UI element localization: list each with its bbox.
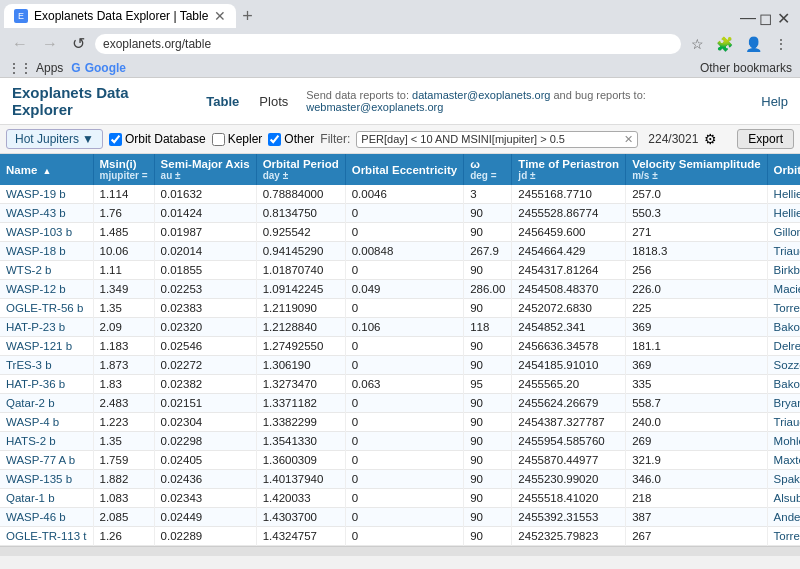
cell-ref1[interactable]: Mohler-Fischer 2013 — [767, 432, 800, 451]
cell-velamp: 225 — [626, 299, 767, 318]
col-velamp[interactable]: Velocity Semiamplitude m/s ± — [626, 154, 767, 185]
export-button[interactable]: Export — [737, 129, 794, 149]
orbit-db-checkbox[interactable] — [109, 133, 122, 146]
cell-ref1[interactable]: Bryan 2012 — [767, 394, 800, 413]
cell-ecc: 0.00848 — [345, 242, 463, 261]
cell-ref1[interactable]: Hellier 2011 — [767, 204, 800, 223]
col-period[interactable]: Orbital Period day ± — [256, 154, 345, 185]
col-ref[interactable]: Orbit Reference — [767, 154, 800, 185]
apps-bookmark[interactable]: ⋮⋮ Apps — [8, 61, 63, 75]
nav-plots[interactable]: Plots — [249, 92, 298, 111]
cell-velamp: 321.9 — [626, 451, 767, 470]
cell-velamp: 335 — [626, 375, 767, 394]
other-bookmarks[interactable]: Other bookmarks — [700, 61, 792, 75]
cell-sma: 0.01424 — [154, 204, 256, 223]
active-tab[interactable]: E Exoplanets Data Explorer | Table ✕ — [4, 4, 236, 28]
help-link[interactable]: Help — [761, 94, 788, 109]
cell-omega: 90 — [464, 337, 512, 356]
cell-ref1[interactable]: Triaud 2010 — [767, 242, 800, 261]
cell-periastron: 2455230.99020 — [512, 470, 626, 489]
filter-clear-icon[interactable]: ✕ — [624, 133, 633, 146]
table-row: WASP-77 A b 1.759 0.02405 1.3600309 0 90… — [0, 451, 800, 470]
cell-omega: 90 — [464, 413, 512, 432]
col-msini[interactable]: Msin(i) mjupiter = — [93, 154, 154, 185]
horizontal-scrollbar[interactable] — [0, 546, 800, 556]
sort-icon: ▲ — [43, 166, 52, 176]
bug-email-link[interactable]: webmaster@exoplanets.org — [306, 101, 443, 113]
other-checkbox[interactable] — [268, 133, 281, 146]
data-email-link[interactable]: datamaster@exoplanets.org — [412, 89, 550, 101]
bookmark-icon[interactable]: ☆ — [687, 34, 708, 54]
cell-sma: 0.01855 — [154, 261, 256, 280]
cell-name: WASP-103 b — [0, 223, 93, 242]
cell-ref1[interactable]: Maxted 2013 — [767, 451, 800, 470]
cell-sma: 0.02253 — [154, 280, 256, 299]
cell-periastron: 2452072.6830 — [512, 299, 626, 318]
cell-ref1[interactable]: Birkby 2014 — [767, 261, 800, 280]
cell-ref1[interactable]: Torres 2008 — [767, 527, 800, 546]
app-title: Exoplanets Data Explorer — [12, 84, 184, 118]
cell-ref1[interactable]: Spake 2015 — [767, 470, 800, 489]
cell-ref1[interactable]: Hellier 2011 — [767, 185, 800, 204]
filter-input[interactable] — [361, 133, 621, 145]
kepler-checkbox[interactable] — [212, 133, 225, 146]
cell-msini: 1.882 — [93, 470, 154, 489]
other-checkbox-group[interactable]: Other — [268, 132, 314, 146]
cell-period: 1.01870740 — [256, 261, 345, 280]
account-icon[interactable]: 👤 — [741, 34, 766, 54]
reload-button[interactable]: ↺ — [68, 32, 89, 55]
gear-icon[interactable]: ⚙ — [704, 131, 717, 147]
cell-ref1[interactable]: Triaud 2010 — [767, 413, 800, 432]
address-input[interactable] — [95, 34, 681, 54]
cell-ref1[interactable]: Anderson 2012 — [767, 508, 800, 527]
cell-omega: 90 — [464, 204, 512, 223]
maximize-button[interactable]: ◻ — [758, 9, 772, 23]
cell-ecc: 0.049 — [345, 280, 463, 299]
cell-omega: 90 — [464, 470, 512, 489]
other-label: Other — [284, 132, 314, 146]
forward-button[interactable]: → — [38, 33, 62, 55]
menu-icon[interactable]: ⋮ — [770, 34, 792, 54]
close-button[interactable]: ✕ — [776, 9, 790, 23]
data-table: Name ▲ Msin(i) mjupiter = Semi-Major Axi… — [0, 154, 800, 546]
tab-close-button[interactable]: ✕ — [214, 8, 226, 24]
cell-velamp: 267 — [626, 527, 767, 546]
col-ecc[interactable]: Orbital Eccentricity — [345, 154, 463, 185]
cell-name: WASP-18 b — [0, 242, 93, 261]
col-sma[interactable]: Semi-Major Axis au ± — [154, 154, 256, 185]
nav-table[interactable]: Table — [196, 92, 249, 111]
cell-name: WASP-77 A b — [0, 451, 93, 470]
cell-ref1[interactable]: Delrez 2016 — [767, 337, 800, 356]
cell-period: 1.4324757 — [256, 527, 345, 546]
extensions-icon[interactable]: 🧩 — [712, 34, 737, 54]
cell-name: OGLE-TR-113 t — [0, 527, 93, 546]
cell-msini: 1.349 — [93, 280, 154, 299]
preset-dropdown[interactable]: Hot Jupiters ▼ — [6, 129, 103, 149]
send-data-label: Send data reports to: — [306, 89, 409, 101]
col-periastron[interactable]: Time of Periastron jd ± — [512, 154, 626, 185]
cell-ecc: 0.063 — [345, 375, 463, 394]
cell-ref1[interactable]: Alsubai 2011 — [767, 489, 800, 508]
col-name[interactable]: Name ▲ — [0, 154, 93, 185]
cell-periastron: 2455624.26679 — [512, 394, 626, 413]
cell-periastron: 2455518.41020 — [512, 489, 626, 508]
orbit-db-checkbox-group[interactable]: Orbit Database — [109, 132, 206, 146]
cell-ref1[interactable]: Bakos 2012 — [767, 375, 800, 394]
cell-ref1[interactable]: Maciejewski 2011 — [767, 280, 800, 299]
google-bookmark[interactable]: G Google — [71, 61, 126, 75]
cell-ecc: 0 — [345, 261, 463, 280]
table-row: WASP-4 b 1.223 0.02304 1.3382299 0 90 24… — [0, 413, 800, 432]
cell-ecc: 0 — [345, 394, 463, 413]
col-omega[interactable]: ω deg = — [464, 154, 512, 185]
back-button[interactable]: ← — [8, 33, 32, 55]
cell-ref1[interactable]: Bakos 2011 — [767, 318, 800, 337]
cell-period: 1.420033 — [256, 489, 345, 508]
minimize-button[interactable]: — — [740, 9, 754, 23]
cell-ref1[interactable]: Gillon 2014 — [767, 223, 800, 242]
table-row: WASP-12 b 1.349 0.02253 1.09142245 0.049… — [0, 280, 800, 299]
cell-msini: 1.11 — [93, 261, 154, 280]
cell-ref1[interactable]: Torres 2008 — [767, 299, 800, 318]
kepler-checkbox-group[interactable]: Kepler — [212, 132, 263, 146]
new-tab-button[interactable]: + — [236, 6, 259, 27]
cell-ref1[interactable]: Sozzetti 2009 — [767, 356, 800, 375]
